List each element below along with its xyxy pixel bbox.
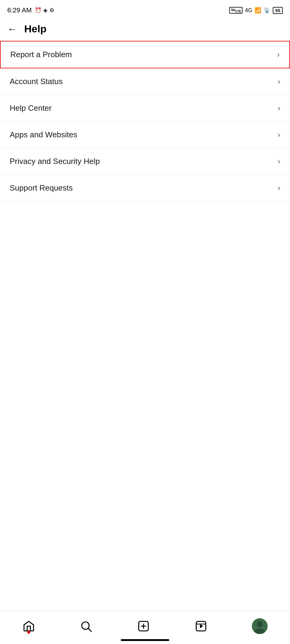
- chevron-icon-support-requests: ›: [278, 183, 280, 193]
- menu-list: Report a Problem›Account Status›Help Cen…: [0, 41, 290, 644]
- nav-reels[interactable]: [195, 620, 207, 633]
- plus-square-icon: [137, 620, 150, 633]
- nav-create[interactable]: [137, 620, 150, 633]
- svg-point-9: [257, 621, 263, 627]
- back-button[interactable]: ←: [7, 24, 17, 34]
- status-icons: ⏰ ◈ ⚙: [35, 7, 54, 14]
- volte-badge: VoLTE: [229, 7, 242, 14]
- menu-item-account-status[interactable]: Account Status›: [0, 68, 290, 95]
- profile-avatar: [252, 618, 268, 634]
- chevron-icon-account-status: ›: [278, 77, 280, 86]
- home-bar: [121, 639, 169, 641]
- home-dot: [27, 631, 30, 634]
- status-time: 6:29 AM: [7, 6, 32, 14]
- signal-icon: 📶: [255, 7, 261, 14]
- battery-badge: 55: [273, 7, 283, 14]
- svg-marker-6: [200, 624, 203, 628]
- network-icon: 4G: [245, 7, 252, 14]
- wifi-icon: 📡: [264, 7, 270, 14]
- nav-home[interactable]: [22, 620, 35, 633]
- menu-item-support-requests[interactable]: Support Requests›: [0, 175, 290, 201]
- menu-label-apps-websites: Apps and Websites: [10, 130, 77, 139]
- status-right: VoLTE 4G 📶 📡 55: [229, 7, 283, 14]
- menu-item-apps-websites[interactable]: Apps and Websites›: [0, 122, 290, 148]
- search-icon: [80, 620, 92, 633]
- menu-label-privacy-security: Privacy and Security Help: [10, 157, 100, 166]
- chevron-icon-apps-websites: ›: [278, 130, 280, 139]
- page-title: Help: [24, 23, 47, 35]
- alarm-icon: ⏰: [35, 7, 41, 14]
- nav-search[interactable]: [80, 620, 92, 633]
- menu-label-help-center: Help Center: [10, 103, 52, 113]
- nfc-icon: ◈: [43, 7, 48, 14]
- nav-profile[interactable]: [252, 618, 268, 634]
- menu-label-account-status: Account Status: [10, 77, 63, 86]
- menu-item-privacy-security[interactable]: Privacy and Security Help›: [0, 148, 290, 175]
- chevron-icon-help-center: ›: [278, 103, 280, 113]
- reels-icon: [195, 620, 207, 633]
- menu-item-report-problem[interactable]: Report a Problem›: [0, 41, 290, 68]
- page-header: ← Help: [0, 18, 290, 41]
- status-left: 6:29 AM ⏰ ◈ ⚙: [7, 6, 54, 14]
- menu-item-help-center[interactable]: Help Center›: [0, 95, 290, 122]
- settings-icon: ⚙: [49, 7, 54, 14]
- menu-label-report-problem: Report a Problem: [10, 50, 72, 59]
- menu-label-support-requests: Support Requests: [10, 183, 73, 193]
- chevron-icon-privacy-security: ›: [278, 157, 280, 166]
- svg-line-1: [88, 628, 91, 631]
- chevron-icon-report-problem: ›: [277, 50, 280, 59]
- status-bar: 6:29 AM ⏰ ◈ ⚙ VoLTE 4G 📶 📡 55: [0, 0, 290, 18]
